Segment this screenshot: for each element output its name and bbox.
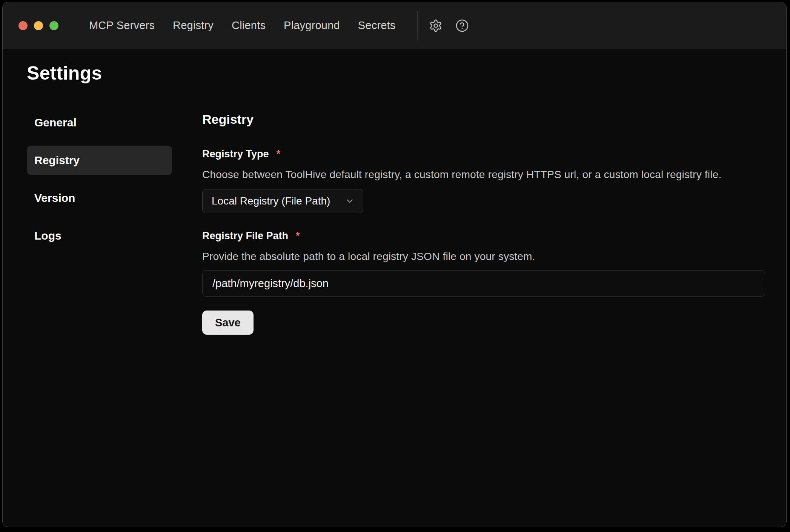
nav-item-secrets[interactable]: Secrets	[358, 19, 396, 32]
registry-file-path-input[interactable]	[202, 270, 765, 297]
required-marker: *	[296, 229, 300, 242]
nav-item-registry[interactable]: Registry	[173, 19, 214, 32]
titlebar-divider	[417, 11, 418, 40]
window-controls	[18, 21, 58, 30]
titlebar: MCP Servers Registry Clients Playground …	[3, 2, 786, 49]
minimize-button[interactable]	[34, 21, 43, 30]
settings-sidebar: General Registry Version Logs	[27, 108, 172, 335]
app-window: MCP Servers Registry Clients Playground …	[2, 2, 787, 527]
registry-type-selected-value: Local Registry (File Path)	[212, 195, 330, 207]
settings-layout: General Registry Version Logs Registry R…	[3, 108, 786, 335]
registry-file-path-label: Registry File Path *	[202, 229, 765, 242]
sidebar-item-logs[interactable]: Logs	[27, 221, 172, 251]
registry-file-path-label-text: Registry File Path	[202, 229, 288, 242]
registry-type-description: Choose between ToolHive default registry…	[202, 168, 765, 181]
registry-type-label-text: Registry Type	[202, 148, 269, 160]
nav-item-mcp-servers[interactable]: MCP Servers	[89, 19, 155, 32]
sidebar-item-version[interactable]: Version	[27, 183, 172, 213]
sidebar-item-registry[interactable]: Registry	[27, 146, 172, 175]
top-navigation: MCP Servers Registry Clients Playground …	[89, 19, 396, 32]
help-icon[interactable]	[455, 19, 469, 32]
registry-type-label: Registry Type *	[202, 148, 765, 160]
nav-item-playground[interactable]: Playground	[284, 19, 340, 32]
registry-file-path-description: Provide the absolute path to a local reg…	[202, 250, 765, 263]
titlebar-icons	[429, 19, 469, 32]
registry-type-select[interactable]: Local Registry (File Path)	[202, 189, 363, 213]
save-button[interactable]: Save	[202, 311, 254, 335]
gear-icon[interactable]	[429, 19, 443, 32]
chevron-down-icon	[345, 196, 355, 206]
page-title: Settings	[27, 62, 786, 85]
sidebar-item-general[interactable]: General	[27, 108, 172, 137]
settings-content: Registry Registry Type * Choose between …	[202, 108, 765, 335]
nav-item-clients[interactable]: Clients	[232, 19, 266, 32]
required-marker: *	[277, 148, 281, 160]
section-heading: Registry	[202, 112, 765, 127]
zoom-button[interactable]	[49, 21, 58, 30]
close-button[interactable]	[18, 21, 28, 30]
